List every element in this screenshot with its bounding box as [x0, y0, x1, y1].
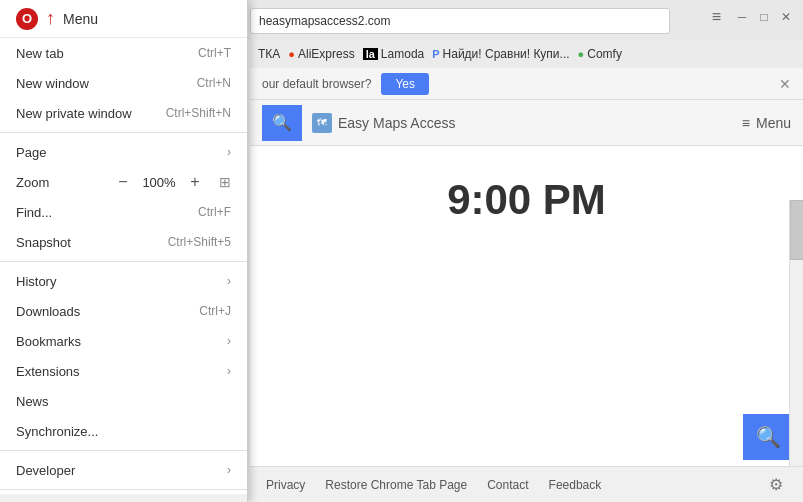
footer-contact[interactable]: Contact [487, 478, 528, 492]
menu-header: O ↑ Menu [0, 0, 247, 38]
yes-button[interactable]: Yes [381, 73, 429, 95]
menu-shortcut-new-tab: Ctrl+T [198, 46, 231, 60]
opera-logo: O [16, 8, 38, 30]
menu-label-new-private-window: New private window [16, 106, 132, 121]
menu-label-synchronize: Synchronize... [16, 424, 98, 439]
scrollbar[interactable] [789, 200, 803, 466]
search-icon: 🔍 [272, 113, 292, 132]
minimize-button[interactable]: ─ [733, 8, 751, 26]
bookmark-comfy-label: Comfy [587, 47, 622, 61]
menu-item-news[interactable]: News [0, 386, 247, 416]
website-content: 🔍 🗺 Easy Maps Access ≡ Menu 9:00 PM 🔍 [250, 100, 803, 502]
default-browser-text: our default browser? [262, 77, 371, 91]
site-header: 🔍 🗺 Easy Maps Access ≡ Menu [250, 100, 803, 146]
menu-label-new-window: New window [16, 76, 89, 91]
footer-privacy[interactable]: Privacy [266, 478, 305, 492]
footer-restore[interactable]: Restore Chrome Tab Page [325, 478, 467, 492]
dropdown-menu: O ↑ Menu New tab Ctrl+T New window Ctrl+… [0, 0, 248, 502]
menu-item-page[interactable]: Page › [0, 137, 247, 167]
footer-feedback[interactable]: Feedback [549, 478, 602, 492]
address-bar[interactable]: heasymapsaccess2.com [250, 8, 670, 34]
menu-shortcut-snapshot: Ctrl+Shift+5 [168, 235, 231, 249]
bottom-search-icon: 🔍 [756, 425, 781, 449]
menu-divider-2 [0, 261, 247, 262]
page-arrow-icon: › [227, 145, 231, 159]
menu-label-new-tab: New tab [16, 46, 64, 61]
bookmark-lamoda[interactable]: la Lamoda [363, 47, 425, 61]
menu-item-history[interactable]: History › [0, 266, 247, 296]
menu-label-extensions: Extensions [16, 364, 80, 379]
menu-label-downloads: Downloads [16, 304, 80, 319]
menu-item-downloads[interactable]: Downloads Ctrl+J [0, 296, 247, 326]
default-browser-banner: our default browser? Yes ✕ [250, 68, 803, 100]
site-footer: Privacy Restore Chrome Tab Page Contact … [250, 466, 803, 502]
menu-shortcut-new-window: Ctrl+N [197, 76, 231, 90]
menu-label-zoom: Zoom [16, 175, 49, 190]
zoom-fullscreen-icon[interactable]: ⊞ [219, 174, 231, 190]
bookmark-aliexpress[interactable]: ● AliExpress [288, 47, 354, 61]
settings-red-arrow-icon: ← [16, 498, 36, 503]
zoom-percent-display: 100% [141, 175, 177, 190]
header-search-button[interactable]: 🔍 [262, 105, 302, 141]
maximize-button[interactable]: □ [755, 8, 773, 26]
gear-icon[interactable]: ⚙ [765, 474, 787, 496]
menu-item-extensions[interactable]: Extensions › [0, 356, 247, 386]
menu-title: Menu [63, 11, 98, 27]
menu-label-snapshot: Snapshot [16, 235, 71, 250]
menu-label-bookmarks: Bookmarks [16, 334, 81, 349]
bookmarks-arrow-icon: › [227, 334, 231, 348]
aliexpress-icon: ● [288, 48, 295, 60]
menu-item-find[interactable]: Find... Ctrl+F [0, 197, 247, 227]
logo-image: 🗺 [312, 113, 332, 133]
close-banner-button[interactable]: ✕ [779, 76, 791, 92]
logo-text: Easy Maps Access [338, 115, 456, 131]
menu-item-new-tab[interactable]: New tab Ctrl+T [0, 38, 247, 68]
zoom-minus-button[interactable]: − [113, 173, 133, 191]
bookmark-tka[interactable]: ТКА [258, 47, 280, 61]
menu-label-page: Page [16, 145, 46, 160]
bookmark-tka-label: ТКА [258, 47, 280, 61]
hamburger-label: Menu [756, 115, 791, 131]
developer-arrow-icon: › [227, 463, 231, 477]
bookmark-najdi[interactable]: P Найди! Сравни! Купи... [432, 47, 569, 61]
site-logo: 🗺 Easy Maps Access [312, 113, 456, 133]
menu-item-settings[interactable]: ← Settings Alt+P [0, 494, 247, 502]
menu-item-zoom: Zoom − 100% + ⊞ [0, 167, 247, 197]
history-arrow-icon: › [227, 274, 231, 288]
menu-shortcut-find: Ctrl+F [198, 205, 231, 219]
menu-label-news: News [16, 394, 49, 409]
menu-item-snapshot[interactable]: Snapshot Ctrl+Shift+5 [0, 227, 247, 257]
menu-item-synchronize[interactable]: Synchronize... [0, 416, 247, 446]
menu-item-new-private-window[interactable]: New private window Ctrl+Shift+N [0, 98, 247, 128]
menu-icon[interactable]: ≡ [712, 8, 721, 26]
close-button[interactable]: ✕ [777, 8, 795, 26]
address-text: heasymapsaccess2.com [259, 14, 390, 28]
scrollbar-thumb[interactable] [790, 200, 803, 260]
menu-label-developer: Developer [16, 463, 75, 478]
menu-divider-1 [0, 132, 247, 133]
bottom-search-button[interactable]: 🔍 [743, 414, 793, 460]
zoom-plus-button[interactable]: + [185, 173, 205, 191]
menu-item-bookmarks[interactable]: Bookmarks › [0, 326, 247, 356]
bookmark-najdi-label: Найди! Сравни! Купи... [443, 47, 570, 61]
menu-divider-3 [0, 450, 247, 451]
bookmark-lamoda-label: Lamoda [381, 47, 424, 61]
menu-item-developer[interactable]: Developer › [0, 455, 247, 485]
menu-label-history: History [16, 274, 56, 289]
zoom-controls: − 100% + ⊞ [113, 173, 231, 191]
time-text: 9:00 PM [447, 176, 606, 223]
bookmark-aliexpress-label: AliExpress [298, 47, 355, 61]
bookmark-comfy[interactable]: ● Comfy [578, 47, 622, 61]
najdi-icon: P [432, 48, 439, 60]
hamburger-icon: ≡ [742, 115, 750, 131]
menu-item-new-window[interactable]: New window Ctrl+N [0, 68, 247, 98]
lamoda-icon: la [363, 48, 378, 60]
hamburger-menu[interactable]: ≡ Menu [742, 115, 791, 131]
window-controls: ≡ ─ □ ✕ [712, 8, 795, 26]
menu-label-find: Find... [16, 205, 52, 220]
menu-divider-4 [0, 489, 247, 490]
extensions-arrow-icon: › [227, 364, 231, 378]
site-search-bottom: 🔍 [250, 412, 803, 462]
opera-arrow-icon: ↑ [46, 8, 55, 29]
time-display: 9:00 PM [250, 146, 803, 254]
